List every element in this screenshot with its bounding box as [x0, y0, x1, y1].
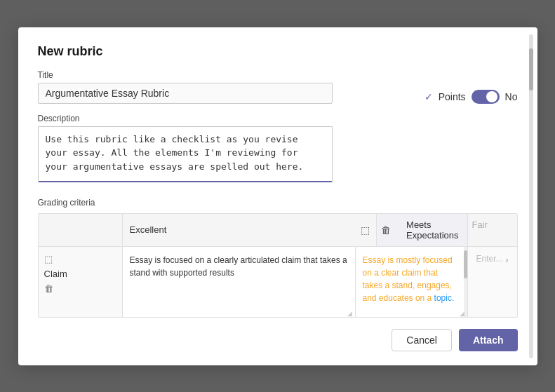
header-excellent-label: Excellent	[130, 224, 167, 235]
meets-scrollbar-thumb	[464, 250, 467, 278]
table-body-row: ⬚ Claim 🗑 Essay is focused on a clearly …	[39, 246, 517, 317]
points-toggle[interactable]	[472, 90, 500, 104]
toggle-thumb	[486, 91, 497, 102]
scrollbar-thumb	[529, 48, 533, 90]
check-icon: ✓	[424, 91, 433, 102]
header-fair-label: Fair	[472, 219, 488, 230]
header-empty-cell	[39, 214, 123, 246]
header-excellent: Excellent	[123, 214, 377, 246]
row-label-cell: ⬚ Claim 🗑	[39, 247, 123, 317]
points-section: ✓ Points No	[424, 90, 518, 104]
excellent-cell[interactable]: Essay is focused on a clearly articulate…	[123, 247, 356, 317]
scrollbar-right[interactable]	[529, 34, 533, 358]
description-textarea[interactable]: Use this rubric like a checklist as you …	[38, 126, 333, 182]
delete-column-icon[interactable]: 🗑	[381, 224, 391, 236]
dialog-title: New rubric	[38, 44, 518, 59]
dialog-overlay: New rubric Title Description Use this ru…	[0, 0, 555, 392]
title-input[interactable]	[38, 83, 333, 104]
cancel-button[interactable]: Cancel	[392, 329, 452, 351]
meets-scrollbar[interactable]	[464, 247, 467, 317]
meets-text: Essay is mostly focused on a clear claim…	[363, 255, 455, 303]
points-label: Points	[439, 91, 466, 102]
table-header: Excellent ⬚ 🗑 Meets Expectations Fair	[39, 214, 517, 246]
excellent-text: Essay is focused on a clearly articulate…	[130, 255, 347, 278]
new-rubric-dialog: New rubric Title Description Use this ru…	[18, 27, 537, 365]
header-meets-label: Meets Expectations	[406, 219, 458, 241]
copy-row-icon[interactable]: ⬚	[44, 254, 116, 264]
toggle-no-label: No	[505, 91, 518, 102]
copy-column-icon[interactable]: ⬚	[361, 224, 370, 236]
top-row: Title Description Use this rubric like a…	[38, 70, 518, 185]
chevron-right-icon[interactable]: ›	[506, 255, 509, 265]
row-label: Claim	[44, 269, 116, 279]
grading-label: Grading criteria	[38, 198, 518, 208]
header-fair: Fair	[468, 214, 517, 246]
title-label: Title	[38, 70, 410, 80]
meets-cell[interactable]: Essay is mostly focused on a clear claim…	[356, 247, 468, 317]
attach-button[interactable]: Attach	[459, 329, 518, 351]
dialog-footer: Cancel Attach	[38, 329, 518, 351]
header-meets-cell: ⬚ 🗑 Meets Expectations	[377, 214, 468, 246]
resize-excellent[interactable]: ◢	[347, 309, 353, 315]
description-label: Description	[38, 114, 410, 123]
fair-enter-text: Enter...	[476, 254, 502, 264]
delete-row-icon[interactable]: 🗑	[44, 283, 116, 294]
resize-meets[interactable]: ◢	[460, 309, 465, 315]
fair-cell[interactable]: Enter... ›	[468, 247, 517, 317]
grading-section: Grading criteria Excellent ⬚ 🗑 Meets Exp…	[38, 198, 518, 318]
criteria-table: Excellent ⬚ 🗑 Meets Expectations Fair ⬚	[38, 213, 518, 318]
left-section: Title Description Use this rubric like a…	[38, 70, 410, 185]
